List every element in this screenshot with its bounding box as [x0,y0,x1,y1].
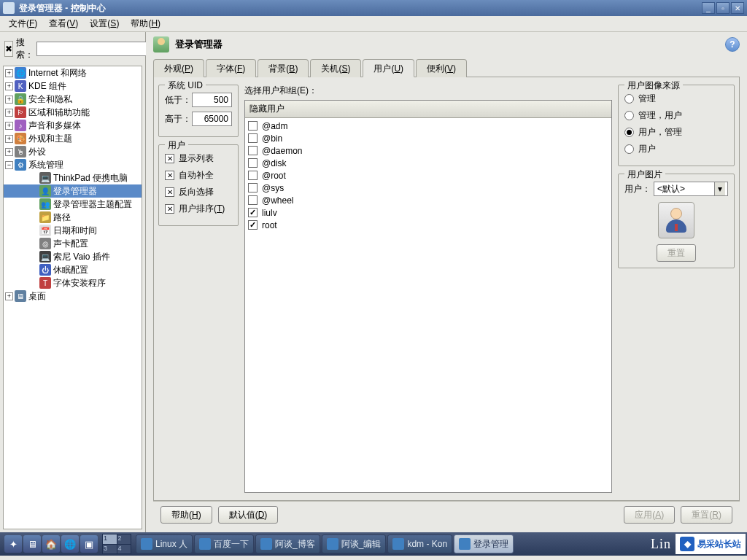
defaults-button[interactable]: 默认值(D) [218,506,279,524]
user-select[interactable]: <默认> [654,182,728,196]
konqueror-icon[interactable]: 🌐 [61,535,79,553]
tree-item-sys-7[interactable]: ⏻休眠配置 [4,263,142,276]
tree-item-7[interactable]: −⚙系统管理 [4,158,142,171]
tree-item-sys-4[interactable]: 📅日期和时间 [4,224,142,237]
task-item-2[interactable]: 阿谈_博客 [255,534,320,553]
tree-item-after-0[interactable]: +🖥桌面 [4,289,142,303]
category-tree[interactable]: +🌐Internet 和网络+KKDE 组件+🔒安全和隐私+🏳区域和辅助功能+♪… [3,66,142,529]
list-row[interactable]: @wheel [248,194,608,206]
checkbox-icon[interactable] [165,204,174,214]
checkbox-icon[interactable] [248,121,258,131]
tree-item-5[interactable]: +🎨外观和主题 [4,132,142,145]
user-opt-1[interactable]: 自动补全 [165,169,232,182]
kmenu-icon[interactable]: ✦ [4,535,22,553]
checkbox-icon[interactable] [248,195,258,205]
pager-desktop-3[interactable]: 3 [103,545,117,554]
checkbox-icon[interactable] [248,158,258,168]
tab-u[interactable]: 用户(U) [363,59,414,77]
radio-icon[interactable] [624,111,634,120]
uid-low-input[interactable] [192,93,232,107]
pager-desktop-1[interactable]: 1 [103,534,117,544]
image-source-opt-3[interactable]: 用户 [624,143,728,155]
list-row[interactable]: @daemon [248,144,608,157]
search-input[interactable] [36,42,150,56]
tree-toggle-icon[interactable]: + [5,69,13,77]
checkbox-icon[interactable] [248,208,258,217]
menu-v[interactable]: 查看(V) [43,16,84,31]
menu-h[interactable]: 帮助(H) [125,16,166,31]
tree-item-sys-5[interactable]: ◎声卡配置 [4,237,142,250]
image-source-opt-2[interactable]: 用户，管理 [624,126,728,139]
help-button[interactable]: 帮助(H) [160,506,212,524]
tab-s[interactable]: 关机(S) [310,59,361,77]
tree-item-sys-6[interactable]: 💻索尼 Vaio 插件 [4,250,142,263]
help-icon[interactable]: ? [725,37,740,52]
list-row[interactable]: @sys [248,182,608,194]
radio-icon[interactable] [624,94,634,104]
tree-item-sys-3[interactable]: 📁路径 [4,211,142,224]
tree-toggle-icon[interactable]: + [5,135,13,143]
checkbox-icon[interactable] [248,171,258,180]
tree-item-4[interactable]: +♪声音和多媒体 [4,119,142,132]
tree-toggle-icon[interactable]: + [5,148,13,156]
list-row[interactable]: @bin [248,132,608,144]
task-item-0[interactable]: Linux 人 [136,534,193,553]
tree-toggle-icon[interactable]: + [5,292,13,300]
image-source-opt-0[interactable]: 管理 [624,93,728,105]
list-header[interactable]: 隐藏用户 [245,101,611,118]
tree-toggle-icon[interactable]: + [5,82,13,90]
tree-item-0[interactable]: +🌐Internet 和网络 [4,66,142,79]
terminal-icon[interactable]: ▣ [80,535,98,553]
reset-button[interactable]: 重置(R) [681,506,732,524]
user-list[interactable]: 隐藏用户 @adm@bin@daemon@disk@root@sys@wheel… [244,100,612,493]
clear-search-button[interactable]: ✖ [4,41,13,57]
user-opt-2[interactable]: 反向选择 [165,186,232,198]
checkbox-icon[interactable] [248,133,258,143]
menu-f[interactable]: 文件(F) [3,16,43,31]
apply-button[interactable]: 应用(A) [624,506,675,524]
tree-item-sys-8[interactable]: T字体安装程序 [4,276,142,289]
tree-toggle-icon[interactable]: + [5,122,13,130]
maximize-button[interactable]: ▫ [716,2,729,14]
checkbox-icon[interactable] [248,220,258,230]
checkbox-icon[interactable] [165,171,174,180]
list-row[interactable]: @disk [248,157,608,169]
tree-item-sys-0[interactable]: 💻ThinkPad 便携电脑 [4,171,142,184]
radio-icon[interactable] [624,144,634,154]
list-row[interactable]: root [248,219,608,231]
tree-item-6[interactable]: +🖱外设 [4,145,142,158]
checkbox-icon[interactable] [165,154,174,163]
pager-desktop-2[interactable]: 2 [117,534,131,544]
desktop-pager[interactable]: 1234 [102,534,131,554]
tree-item-3[interactable]: +🏳区域和辅助功能 [4,106,142,119]
list-row[interactable]: @root [248,169,608,182]
show-desktop-icon[interactable]: 🖥 [23,535,41,553]
user-image-reset-button[interactable]: 重置 [657,244,696,262]
tree-toggle-icon[interactable]: + [5,96,13,104]
user-opt-3[interactable]: 用户排序(T) [165,203,232,215]
task-item-4[interactable]: kdm - Kon [387,534,452,553]
checkbox-icon[interactable] [248,146,258,155]
home-icon[interactable]: 🏠 [42,535,60,553]
avatar-preview[interactable] [658,202,694,238]
task-item-3[interactable]: 阿谈_编辑 [322,534,387,553]
user-opt-0[interactable]: 显示列表 [165,152,232,165]
tab-v[interactable]: 便利(V) [416,59,467,77]
menu-s[interactable]: 设置(S) [84,16,125,31]
tree-item-1[interactable]: +KKDE 组件 [4,79,142,93]
tree-item-sys-2[interactable]: 👥登录管理器主题配置 [4,198,142,211]
tree-toggle-icon[interactable]: + [5,109,13,117]
tree-item-2[interactable]: +🔒安全和隐私 [4,93,142,106]
tree-item-sys-1[interactable]: 👤登录管理器 [4,184,142,198]
list-row[interactable]: @adm [248,120,608,132]
minimize-button[interactable]: _ [702,2,715,14]
tab-p[interactable]: 外观(P) [153,59,204,77]
close-button[interactable]: ✕ [731,2,744,14]
tab-f[interactable]: 字体(F) [206,59,256,77]
task-item-1[interactable]: 百度一下 [194,534,254,553]
checkbox-icon[interactable] [248,183,258,192]
image-source-opt-1[interactable]: 管理，用户 [624,109,728,122]
radio-icon[interactable] [624,128,634,137]
list-row[interactable]: liulv [248,206,608,219]
task-item-5[interactable]: 登录管理 [454,534,514,553]
